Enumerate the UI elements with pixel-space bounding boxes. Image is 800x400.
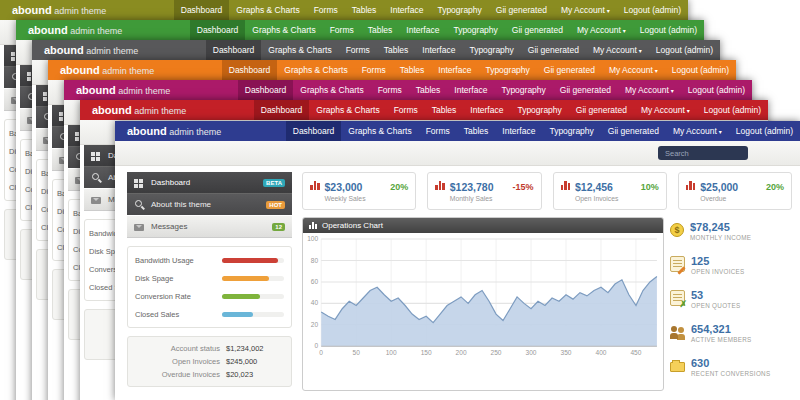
brand-logo[interactable]: abound admin theme (0, 0, 118, 20)
nav-item-my-account[interactable]: My Account▾ (618, 80, 681, 100)
nav-item-forms[interactable]: Forms (339, 40, 377, 60)
account-row: Open Invoices$245,000 (135, 355, 284, 368)
sidebar-item-about-this-theme[interactable]: About this themeHOT (127, 193, 292, 215)
grid-icon (91, 151, 102, 161)
sidebar-item-messages[interactable]: Messages12 (127, 215, 292, 238)
nav-item-graphs-charts[interactable]: Graphs & Charts (245, 20, 322, 40)
nav-item-dashboard[interactable]: Dashboard (238, 80, 294, 100)
quote-icon (670, 290, 685, 306)
nav-item-logout-admin[interactable]: Logout (admin) (729, 121, 800, 141)
brand-logo[interactable]: abound admin theme (115, 121, 233, 141)
nav-item-logout-admin[interactable]: Logout (admin) (649, 40, 720, 60)
nav-item-typography[interactable]: Typography (510, 100, 568, 120)
quick-stat-value: $78,245 (690, 221, 751, 233)
nav-item-my-account[interactable]: My Account▾ (602, 60, 665, 80)
nav-item-my-account[interactable]: My Account▾ (554, 0, 617, 20)
svg-text:40: 40 (311, 299, 319, 306)
account-value: $1,234,002 (226, 342, 284, 355)
brand-logo[interactable]: abound admin theme (48, 60, 166, 80)
nav-item-forms[interactable]: Forms (419, 121, 457, 141)
nav-item-typography[interactable]: Typography (462, 40, 520, 60)
brand-light: admin theme (54, 6, 106, 16)
nav-item-typography[interactable]: Typography (446, 20, 504, 40)
brand-logo[interactable]: abound admin theme (16, 20, 134, 40)
nav-item-gii-generated[interactable]: Gii generated (537, 60, 602, 80)
nav-item-interface[interactable]: Interface (383, 0, 430, 20)
stat-label: Closed Sales (135, 310, 222, 319)
nav-item-typography[interactable]: Typography (494, 80, 552, 100)
members-icon (670, 324, 685, 340)
nav-item-dashboard[interactable]: Dashboard (206, 40, 262, 60)
nav-item-interface[interactable]: Interface (495, 121, 542, 141)
nav-item-forms[interactable]: Forms (307, 0, 345, 20)
nav-item-graphs-charts[interactable]: Graphs & Charts (293, 80, 370, 100)
brand-logo[interactable]: abound admin theme (64, 80, 182, 100)
quick-stat: 654,321ACTIVE MEMBERS (670, 323, 792, 343)
nav-item-gii-generated[interactable]: Gii generated (553, 80, 618, 100)
navbar: abound admin themeDashboardGraphs & Char… (32, 40, 720, 60)
search-box[interactable] (658, 146, 748, 160)
card-label: Weekly Sales (325, 195, 391, 202)
nav-item-my-account[interactable]: My Account▾ (570, 20, 633, 40)
nav-item-logout-admin[interactable]: Logout (admin) (617, 0, 688, 20)
nav-item-typography[interactable]: Typography (430, 0, 488, 20)
nav-item-forms[interactable]: Forms (323, 20, 361, 40)
nav-item-logout-admin[interactable]: Logout (admin) (697, 100, 768, 120)
nav-item-graphs-charts[interactable]: Graphs & Charts (261, 40, 338, 60)
nav-item-logout-admin[interactable]: Logout (admin) (681, 80, 752, 100)
nav-item-tables[interactable]: Tables (361, 20, 400, 40)
stat-cards-row: $23,000Weekly Sales20%$123,780Monthly Sa… (302, 172, 792, 210)
nav-item-interface[interactable]: Interface (415, 40, 462, 60)
caret-down-icon: ▾ (687, 108, 690, 114)
svg-text:150: 150 (421, 349, 432, 356)
nav-item-logout-admin[interactable]: Logout (admin) (665, 60, 736, 80)
nav-item-dashboard[interactable]: Dashboard (190, 20, 246, 40)
nav-item-dashboard[interactable]: Dashboard (286, 121, 342, 141)
nav-item-gii-generated[interactable]: Gii generated (489, 0, 554, 20)
nav-item-gii-generated[interactable]: Gii generated (505, 20, 570, 40)
svg-text:50: 50 (353, 349, 361, 356)
brand-logo[interactable]: abound admin theme (80, 100, 198, 120)
nav-item-tables[interactable]: Tables (377, 40, 416, 60)
account-value: $245,000 (226, 355, 284, 368)
nav-item-my-account[interactable]: My Account▾ (634, 100, 697, 120)
nav-item-forms[interactable]: Forms (355, 60, 393, 80)
nav-item-gii-generated[interactable]: Gii generated (569, 100, 634, 120)
nav-item-interface[interactable]: Interface (447, 80, 494, 100)
sidebar-item-dashboard[interactable]: DashboardBETA (127, 172, 292, 193)
nav-item-forms[interactable]: Forms (371, 80, 409, 100)
stat-card: $23,000Weekly Sales20% (302, 172, 416, 210)
nav-item-gii-generated[interactable]: Gii generated (601, 121, 666, 141)
main-content: $23,000Weekly Sales20%$123,780Monthly Sa… (302, 172, 792, 400)
nav-item-my-account[interactable]: My Account▾ (586, 40, 649, 60)
search-input[interactable] (663, 148, 743, 159)
card-value: $23,000 (325, 181, 391, 193)
nav-item-gii-generated[interactable]: Gii generated (521, 40, 586, 60)
badge: BETA (263, 179, 285, 187)
nav-item-graphs-charts[interactable]: Graphs & Charts (277, 60, 354, 80)
svg-text:300: 300 (526, 349, 537, 356)
nav-item-my-account[interactable]: My Account▾ (666, 121, 729, 141)
nav-item-tables[interactable]: Tables (393, 60, 432, 80)
nav-item-tables[interactable]: Tables (409, 80, 448, 100)
nav-item-tables[interactable]: Tables (457, 121, 496, 141)
nav-item-tables[interactable]: Tables (345, 0, 384, 20)
nav-item-interface[interactable]: Interface (463, 100, 510, 120)
nav-item-logout-admin[interactable]: Logout (admin) (633, 20, 704, 40)
nav-item-graphs-charts[interactable]: Graphs & Charts (341, 121, 418, 141)
nav-item-dashboard[interactable]: Dashboard (254, 100, 310, 120)
nav-item-typography[interactable]: Typography (542, 121, 600, 141)
brand-logo[interactable]: abound admin theme (32, 40, 150, 60)
nav-item-interface[interactable]: Interface (431, 60, 478, 80)
nav-item-dashboard[interactable]: Dashboard (174, 0, 230, 20)
nav-item-forms[interactable]: Forms (387, 100, 425, 120)
nav-item-tables[interactable]: Tables (425, 100, 464, 120)
nav-item-interface[interactable]: Interface (399, 20, 446, 40)
bar-chart-icon (310, 181, 320, 190)
nav-item-dashboard[interactable]: Dashboard (222, 60, 278, 80)
nav-item-graphs-charts[interactable]: Graphs & Charts (309, 100, 386, 120)
account-row: Overdue Invoices$20,023 (135, 368, 284, 381)
nav-item-typography[interactable]: Typography (478, 60, 536, 80)
nav-item-graphs-charts[interactable]: Graphs & Charts (229, 0, 306, 20)
stat-bar-fill (222, 312, 253, 317)
